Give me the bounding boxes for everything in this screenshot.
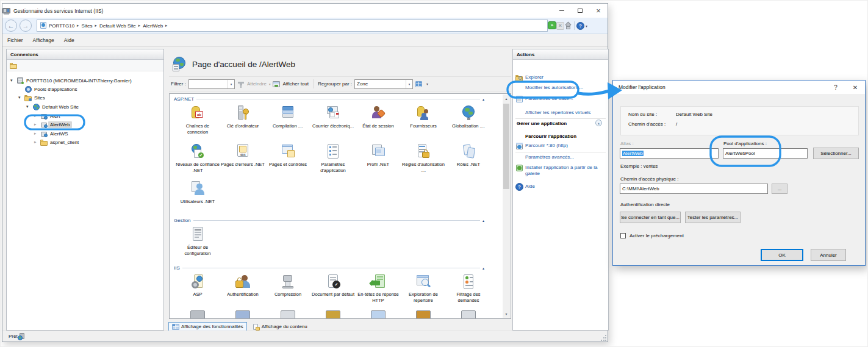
view-mode-icon[interactable]	[415, 80, 423, 88]
path-label: Chemin d'accès :	[628, 121, 676, 127]
help-dropdown-caret[interactable]: ▾	[586, 24, 587, 28]
resize-grip[interactable]	[601, 335, 606, 340]
feature-pages-et-contr-les[interactable]	[266, 142, 310, 160]
cancel-button[interactable]: Annuler	[811, 249, 846, 261]
scroll-down-icon[interactable]: ▼	[503, 310, 510, 318]
collapse-section-icon[interactable]: ▴	[482, 266, 484, 270]
test-settings-button[interactable]: Tester les paramètres...	[685, 212, 741, 223]
breadcrumb-alertweb[interactable]: AlertWeb	[141, 23, 165, 29]
action-explorer[interactable]: Explorer	[513, 74, 608, 80]
dialog-help-button[interactable]: ?	[826, 80, 845, 94]
alias-field[interactable]: AlertWeb	[620, 148, 719, 159]
feature-document-par-d-faut[interactable]: ✓	[311, 273, 355, 291]
action-param-tres-de-base[interactable]: Paramètres de base...	[513, 96, 608, 102]
menu-affichage[interactable]: Affichage	[28, 37, 59, 43]
feature-profil-net[interactable]	[356, 142, 400, 160]
feature-compilation[interactable]	[266, 104, 310, 122]
feature-cha-nes-de-connexion[interactable]: ab	[176, 104, 220, 122]
home-icon[interactable]	[564, 22, 572, 30]
stop-icon[interactable]: ×	[556, 22, 564, 30]
feature-authentification[interactable]	[221, 273, 265, 291]
feature-filtrage-des-demandes[interactable]	[447, 273, 490, 291]
feature-asp[interactable]	[176, 273, 220, 291]
action-param-tres-avanc-s[interactable]: Paramètres avancés...	[513, 154, 608, 160]
breadcrumb[interactable]: PORTTG10▸Sites▸Default Web Site▸AlertWeb…	[37, 20, 548, 32]
tree-item-alertweb[interactable]: ▸AlertWeb	[34, 120, 72, 129]
feature-cl-d-ordinateur[interactable]	[221, 104, 265, 122]
feature-en-t-tes-de-r-ponse-http[interactable]	[356, 273, 400, 291]
feature-niveaux-de-confiance-net[interactable]: ✓	[176, 142, 220, 160]
breadcrumb-default-web-site[interactable]: Default Web Site	[98, 23, 138, 29]
tree-collapsed-icon[interactable]: ▸	[34, 131, 40, 136]
feature-fournisseurs[interactable]	[401, 104, 445, 122]
tree-expanded-icon[interactable]: ▾	[18, 95, 24, 100]
action-installer-l-application-partir-de-la-galerie[interactable]: Installer l'application à partir de la g…	[513, 165, 608, 177]
feature-utilisateurs-net[interactable]	[176, 179, 220, 197]
ok-button[interactable]: OK	[761, 249, 803, 261]
action-parcourir-80-http[interactable]: Parcourir *:80 (http)	[513, 143, 608, 149]
feature-r-les-net[interactable]	[447, 142, 490, 160]
tree-item-sites[interactable]: ▾Sites	[18, 93, 47, 102]
chevron-down-icon[interactable]: ▾	[228, 80, 234, 88]
feature-tat-de-session[interactable]	[356, 104, 400, 122]
feature-param-tres-d-application[interactable]	[311, 142, 355, 160]
tree-collapsed-icon[interactable]: ▸	[34, 113, 40, 118]
tree-item-alert[interactable]: ▸Alert	[34, 112, 62, 120]
refresh-icon[interactable]: »	[548, 21, 556, 30]
minimize-button[interactable]	[553, 4, 571, 18]
tree-item-pools[interactable]: Pools d'applications	[18, 85, 79, 93]
chevron-down-icon[interactable]: ▾	[406, 80, 412, 88]
view-mode-caret[interactable]: ▾	[426, 82, 428, 86]
show-all-button[interactable]: Afficher tout	[282, 81, 309, 87]
tree-collapsed-icon[interactable]: ▸	[34, 140, 40, 145]
forward-button[interactable]: →	[20, 20, 32, 32]
tree-expanded-icon[interactable]: ▾	[26, 104, 32, 109]
scrollbar-thumb[interactable]	[503, 104, 509, 189]
go-button[interactable]: Atteindre	[247, 81, 267, 87]
collapse-group-icon[interactable]: ▴	[595, 120, 602, 126]
connect-as-button[interactable]: Se connecter en tant que...	[620, 212, 681, 223]
tree-expanded-icon[interactable]: ▾	[10, 78, 16, 83]
collapse-section-icon[interactable]: ▴	[482, 218, 484, 223]
feature-globalisation[interactable]	[447, 104, 490, 122]
feature-pages-d-erreurs-net[interactable]: 404	[221, 142, 265, 160]
physical-path-field[interactable]: C:\MMI\AlertWeb	[620, 184, 768, 194]
feature-courrier-lectroniq[interactable]	[311, 104, 355, 122]
feature-compression[interactable]	[266, 273, 310, 291]
action-label: Paramètres avancés...	[525, 154, 574, 160]
maximize-button[interactable]	[571, 4, 589, 18]
breadcrumb-separator-icon[interactable]: ▸	[165, 23, 168, 28]
go-dropdown-caret[interactable]: ▾	[269, 82, 271, 86]
preload-checkbox[interactable]	[620, 233, 626, 238]
dialog-close-button[interactable]: ✕	[845, 80, 865, 94]
app-pool-field[interactable]: AlertWebPool	[723, 148, 808, 159]
breadcrumb-porttg10[interactable]: PORTTG10	[47, 23, 76, 29]
browse-button[interactable]: ...	[772, 184, 787, 194]
select-button[interactable]: Sélectionner...	[813, 148, 859, 159]
help-icon[interactable]: ?	[576, 22, 584, 30]
tree-item-default[interactable]: ▾Default Web Site	[26, 102, 81, 111]
tree-item-aspnet-client[interactable]: ▸aspnet_client	[34, 138, 81, 146]
filter-input[interactable]: ▾	[188, 79, 235, 89]
feature-exploration-de-r-pertoire[interactable]	[401, 273, 445, 291]
scroll-up-icon[interactable]: ▲	[503, 95, 510, 102]
breadcrumb-sites[interactable]: Sites	[80, 23, 95, 29]
action-aide[interactable]: ?Aide	[513, 184, 608, 190]
close-button[interactable]	[589, 4, 608, 18]
tree-collapsed-icon[interactable]: ▸	[34, 122, 40, 127]
feature-r-gles-d-autorisation[interactable]	[401, 142, 445, 160]
scrollbar[interactable]: ▲ ▼	[503, 95, 510, 318]
back-button[interactable]: ←	[5, 20, 17, 32]
tree-item-porttg10[interactable]: ▾PORTTG10 (MICROMEDIA-INT\Thierry.Garnie…	[10, 76, 134, 85]
action-afficher-les-r-pertoires-virtuels[interactable]: Afficher les répertoires virtuels	[513, 110, 608, 116]
menu-fichier[interactable]: Fichier	[2, 37, 28, 43]
action-modifier-les-autorisations[interactable]: Modifier les autorisations...	[513, 85, 608, 91]
feature-diteur-de-configuration[interactable]	[176, 225, 220, 243]
tree-item-alertws[interactable]: ▸AlertWS	[34, 129, 70, 138]
action-parcourir-l-application[interactable]: Parcourir l'application	[513, 134, 608, 140]
globalization-icon	[459, 104, 478, 122]
menu-aide[interactable]: Aide	[59, 37, 79, 43]
collapse-section-icon[interactable]: ▴	[482, 97, 484, 101]
open-folder-icon[interactable]	[10, 62, 18, 70]
group-by-select[interactable]: Zone ▾	[354, 79, 413, 89]
